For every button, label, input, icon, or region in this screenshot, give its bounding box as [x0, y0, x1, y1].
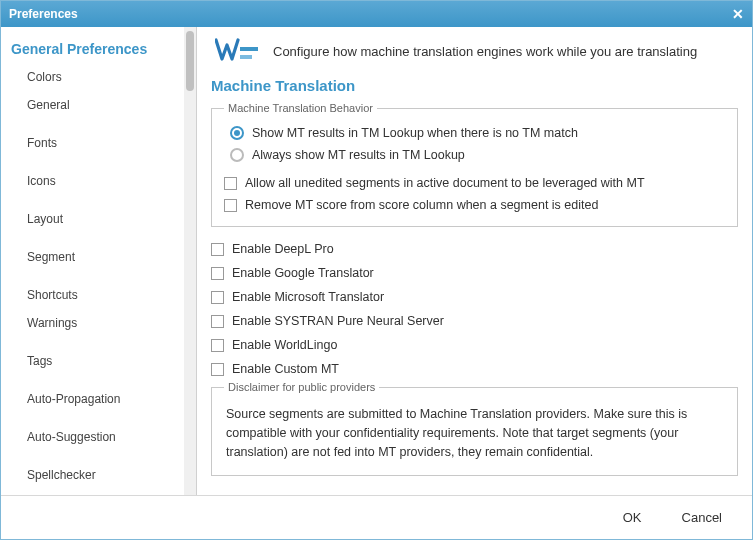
- scrollbar-thumb[interactable]: [186, 31, 194, 91]
- checkbox-remove-score[interactable]: Remove MT score from score column when a…: [224, 194, 725, 216]
- cancel-button[interactable]: Cancel: [682, 510, 722, 525]
- disclaimer-text: Source segments are submitted to Machine…: [224, 401, 725, 465]
- sidebar-item-tags[interactable]: Tags: [1, 347, 184, 375]
- sidebar-item-segment[interactable]: Segment: [1, 243, 184, 271]
- checkbox-enable-microsoft[interactable]: Enable Microsoft Translator: [211, 285, 738, 309]
- checkbox-enable-google[interactable]: Enable Google Translator: [211, 261, 738, 285]
- radio-label: Always show MT results in TM Lookup: [252, 148, 465, 162]
- radio-show-when-no-tm[interactable]: Show MT results in TM Lookup when there …: [224, 122, 725, 144]
- checkbox-label: Enable Microsoft Translator: [232, 290, 384, 304]
- sidebar: General Preferences Colors General Fonts…: [1, 27, 184, 495]
- engine-list: Enable DeepL Pro Enable Google Translato…: [211, 237, 738, 381]
- sidebar-item-colors[interactable]: Colors: [1, 63, 184, 91]
- checkbox-label: Allow all unedited segments in active do…: [245, 176, 645, 190]
- titlebar: Preferences ✕: [1, 1, 752, 27]
- header-area: Configure how machine translation engine…: [197, 27, 752, 73]
- checkbox-icon[interactable]: [211, 243, 224, 256]
- checkbox-icon[interactable]: [211, 315, 224, 328]
- footer: OK Cancel: [1, 495, 752, 539]
- checkbox-icon[interactable]: [224, 199, 237, 212]
- window-title: Preferences: [9, 7, 78, 21]
- checkbox-enable-deepl[interactable]: Enable DeepL Pro: [211, 237, 738, 261]
- sidebar-category-general: General Preferences: [1, 35, 184, 63]
- checkbox-enable-worldlingo[interactable]: Enable WorldLingo: [211, 333, 738, 357]
- checkbox-label: Enable Custom MT: [232, 362, 339, 376]
- radio-always-show[interactable]: Always show MT results in TM Lookup: [224, 144, 725, 166]
- checkbox-icon[interactable]: [211, 339, 224, 352]
- close-icon[interactable]: ✕: [732, 6, 744, 22]
- sidebar-item-shortcuts[interactable]: Shortcuts: [1, 281, 184, 309]
- disclaimer-fieldset: Disclaimer for public providers Source s…: [211, 381, 738, 476]
- checkbox-icon[interactable]: [211, 291, 224, 304]
- preferences-window: Preferences ✕ General Preferences Colors…: [0, 0, 753, 540]
- checkbox-enable-systran[interactable]: Enable SYSTRAN Pure Neural Server: [211, 309, 738, 333]
- content-area: Machine Translation Behavior Show MT res…: [197, 102, 752, 495]
- sidebar-item-icons[interactable]: Icons: [1, 167, 184, 195]
- sidebar-item-warnings[interactable]: Warnings: [1, 309, 184, 337]
- radio-label: Show MT results in TM Lookup when there …: [252, 126, 578, 140]
- svg-rect-0: [240, 47, 258, 51]
- checkbox-label: Enable Google Translator: [232, 266, 374, 280]
- checkbox-icon[interactable]: [211, 363, 224, 376]
- app-logo-icon: [215, 37, 259, 65]
- disclaimer-legend: Disclaimer for public providers: [224, 381, 379, 393]
- sidebar-item-spellchecker[interactable]: Spellchecker: [1, 461, 184, 489]
- behavior-fieldset: Machine Translation Behavior Show MT res…: [211, 102, 738, 227]
- checkbox-allow-unedited[interactable]: Allow all unedited segments in active do…: [224, 172, 725, 194]
- sidebar-item-general[interactable]: General: [1, 91, 184, 119]
- behavior-legend: Machine Translation Behavior: [224, 102, 377, 114]
- sidebar-item-auto-propagation[interactable]: Auto-Propagation: [1, 385, 184, 413]
- checkbox-label: Enable SYSTRAN Pure Neural Server: [232, 314, 444, 328]
- ok-button[interactable]: OK: [623, 510, 642, 525]
- header-description: Configure how machine translation engine…: [273, 44, 697, 59]
- checkbox-label: Enable DeepL Pro: [232, 242, 334, 256]
- section-title: Machine Translation: [197, 73, 752, 102]
- radio-icon[interactable]: [230, 126, 244, 140]
- window-body: General Preferences Colors General Fonts…: [1, 27, 752, 495]
- checkbox-icon[interactable]: [224, 177, 237, 190]
- checkbox-label: Enable WorldLingo: [232, 338, 337, 352]
- sidebar-item-fonts[interactable]: Fonts: [1, 129, 184, 157]
- svg-rect-1: [240, 55, 252, 59]
- sidebar-item-auto-suggestion[interactable]: Auto-Suggestion: [1, 423, 184, 451]
- checkbox-icon[interactable]: [211, 267, 224, 280]
- sidebar-container: General Preferences Colors General Fonts…: [1, 27, 197, 495]
- radio-icon[interactable]: [230, 148, 244, 162]
- sidebar-scrollbar[interactable]: [184, 27, 196, 495]
- main-panel: Configure how machine translation engine…: [197, 27, 752, 495]
- checkbox-label: Remove MT score from score column when a…: [245, 198, 598, 212]
- sidebar-item-layout[interactable]: Layout: [1, 205, 184, 233]
- checkbox-enable-custom[interactable]: Enable Custom MT: [211, 357, 738, 381]
